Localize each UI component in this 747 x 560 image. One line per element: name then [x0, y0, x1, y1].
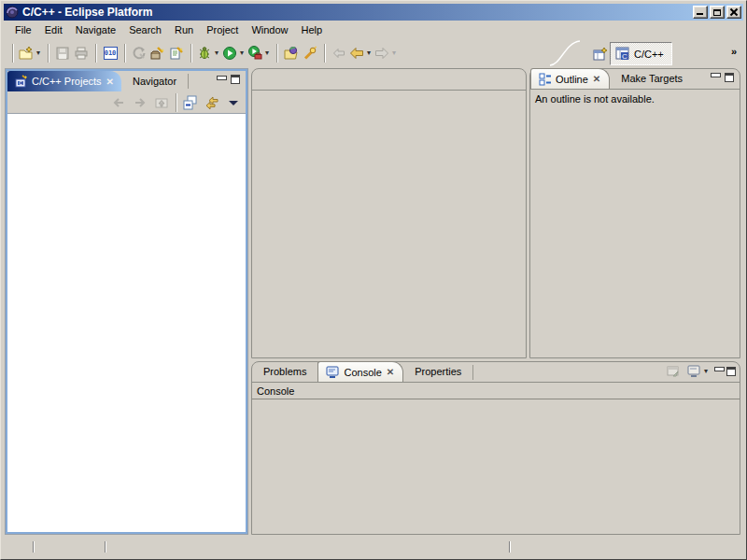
console-view: Problems Console ✕ Properties ▾ Console [251, 361, 740, 535]
perspective-toggle-cpp[interactable]: C C/C++ [610, 42, 672, 65]
tab-outline-label: Outline [556, 74, 588, 85]
tab-cpp-projects-label: C/C++ Projects [32, 76, 102, 87]
link-with-editor-button[interactable] [203, 92, 221, 113]
tab-properties[interactable]: Properties [403, 361, 472, 382]
cpp-projects-icon: C [14, 75, 28, 89]
status-bar [4, 538, 743, 556]
tab-problems-label: Problems [263, 366, 306, 377]
editor-tabrow [252, 69, 526, 91]
console-icon [326, 366, 340, 379]
open-perspective-button[interactable] [589, 44, 612, 64]
console-minimize-icon[interactable] [714, 367, 723, 375]
print-button [72, 43, 91, 63]
tab-cpp-projects[interactable]: C C/C++ Projects ✕ [7, 71, 121, 91]
open-perspective-icon [593, 47, 609, 63]
last-edit-location-icon [331, 46, 346, 61]
external-tools-dropdown-icon[interactable]: ▾ [263, 49, 271, 57]
tab-outline[interactable]: Outline ✕ [530, 68, 610, 89]
collapse-all-button[interactable] [181, 92, 200, 113]
tab-make-targets-label: Make Targets [621, 73, 683, 84]
minimize-icon[interactable] [693, 6, 708, 19]
new-file-wizard-icon [169, 46, 184, 61]
search-icon [303, 46, 317, 61]
tab-console[interactable]: Console ✕ [317, 361, 403, 382]
outline-message: An outline is not available. [530, 90, 740, 108]
forward-icon [374, 46, 389, 61]
external-tools-button[interactable]: ▾ [247, 43, 272, 63]
menu-bar: File Edit Navigate Search Run Project Wi… [4, 21, 743, 39]
save-button [53, 43, 72, 63]
console-maximize-icon[interactable] [726, 367, 736, 376]
build-button [130, 43, 148, 63]
new-wizard-button[interactable]: ▾ [18, 43, 43, 63]
projects-view: C C/C++ Projects ✕ Navigator [5, 68, 248, 535]
new-file-wizard-button[interactable] [167, 43, 186, 63]
back-dropdown-icon[interactable]: ▾ [365, 49, 373, 57]
run-button[interactable]: ▾ [221, 43, 247, 63]
binary-010-icon: 010 [104, 47, 118, 60]
perspective-overflow-chevron[interactable]: » [731, 46, 737, 57]
forward-button: ▾ [374, 43, 399, 63]
maximize-icon[interactable] [710, 6, 725, 19]
open-console-icon[interactable]: ▾ [686, 361, 711, 382]
tab-navigator[interactable]: Navigator [121, 71, 188, 91]
menu-navigate[interactable]: Navigate [69, 21, 122, 38]
outline-minimize-icon[interactable] [711, 73, 719, 81]
svg-text:C: C [622, 52, 627, 61]
open-element-icon [284, 46, 299, 61]
menu-help[interactable]: Help [295, 21, 330, 38]
new-wizard-dropdown-icon[interactable]: ▾ [35, 49, 42, 57]
search-button[interactable] [301, 43, 319, 63]
console-view-toolbar: ▾ [664, 361, 740, 384]
projects-minimize-icon[interactable] [217, 76, 225, 84]
projects-view-tabrow: C C/C++ Projects ✕ Navigator [7, 71, 246, 91]
new-project-wizard-button[interactable] [148, 43, 167, 63]
toolbar-perspective-divider [550, 40, 582, 66]
debug-button[interactable]: ▾ [196, 43, 221, 63]
close-icon[interactable] [726, 6, 741, 19]
tab-properties-label: Properties [415, 366, 461, 377]
external-tools-icon [247, 46, 262, 61]
last-edit-location-button [330, 43, 348, 63]
console-output-area [252, 399, 740, 534]
console-view-tabrow: Problems Console ✕ Properties ▾ [252, 362, 740, 383]
title-bar[interactable]: C/C++ - Eclipse Platform [4, 4, 743, 21]
back-button[interactable]: ▾ [348, 43, 374, 63]
tab-make-targets[interactable]: Make Targets [610, 68, 694, 89]
tab-cpp-projects-close-icon[interactable]: ✕ [106, 77, 115, 87]
menu-file[interactable]: File [8, 21, 38, 38]
editor-area [251, 68, 527, 358]
tab-console-label: Console [344, 367, 381, 378]
tab-outline-close-icon[interactable]: ✕ [592, 74, 601, 84]
projects-tree-area [7, 113, 246, 532]
view-back-button [109, 92, 128, 113]
debug-dropdown-icon[interactable]: ▾ [213, 49, 220, 57]
cpp-perspective-icon: C [615, 47, 630, 61]
console-header-label: Console [252, 383, 740, 399]
tab-navigator-label: Navigator [133, 76, 176, 87]
debug-icon [197, 46, 212, 61]
window-title: C/C++ - Eclipse Platform [22, 6, 152, 19]
menu-search[interactable]: Search [122, 21, 168, 38]
print-icon [74, 46, 89, 61]
run-icon [222, 46, 237, 61]
binary-010-button[interactable]: 010 [101, 43, 120, 63]
run-dropdown-icon[interactable]: ▾ [238, 49, 246, 57]
menu-edit[interactable]: Edit [38, 21, 69, 38]
eclipse-window: C/C++ - Eclipse Platform File Edit Navig… [0, 0, 747, 560]
menu-window[interactable]: Window [245, 21, 294, 38]
menu-run[interactable]: Run [168, 21, 200, 38]
pin-console-icon [664, 361, 683, 382]
open-element-button[interactable] [282, 43, 301, 63]
eclipse-logo-icon [6, 6, 19, 19]
menu-project[interactable]: Project [200, 21, 245, 38]
projects-maximize-icon[interactable] [231, 75, 240, 84]
view-menu-icon[interactable] [224, 92, 243, 113]
forward-dropdown-icon: ▾ [390, 49, 398, 57]
tab-problems[interactable]: Problems [252, 361, 318, 382]
tab-console-close-icon[interactable]: ✕ [386, 367, 395, 377]
outline-icon [539, 73, 552, 86]
view-forward-button [131, 92, 149, 113]
open-console-dropdown-icon[interactable]: ▾ [702, 367, 710, 375]
outline-maximize-icon[interactable] [725, 73, 734, 82]
